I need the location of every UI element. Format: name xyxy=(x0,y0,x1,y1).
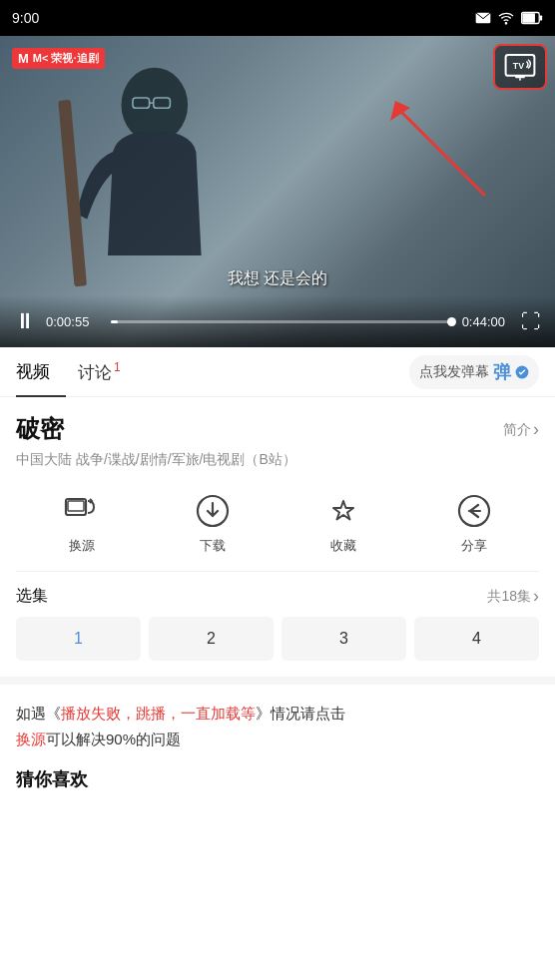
episode-num-1: 1 xyxy=(74,630,83,648)
current-time: 0:00:55 xyxy=(46,314,101,329)
svg-text:TV: TV xyxy=(513,61,524,71)
video-meta: 中国大陆 战争/谍战/剧情/军旅/电视剧（B站） xyxy=(16,451,539,469)
tab-discussion-label: 讨论 xyxy=(78,362,112,381)
episodes-title: 选集 xyxy=(16,586,48,607)
pause-button[interactable]: ⏸ xyxy=(14,308,36,334)
episodes-more[interactable]: 共18集 › xyxy=(487,586,539,607)
episodes-more-arrow: › xyxy=(533,586,539,607)
share-icon xyxy=(456,493,492,529)
notice-prefix: 如遇《 xyxy=(16,705,61,722)
tv-cast-button[interactable]: TV xyxy=(493,44,547,90)
tab-discussion[interactable]: 讨论1 xyxy=(78,360,137,384)
notice-suffix2: 可以解决90%的问题 xyxy=(46,731,181,747)
svg-rect-3 xyxy=(522,13,535,22)
change-source-icon xyxy=(64,493,100,529)
progress-dot xyxy=(447,317,456,326)
recommend-title: 猜你喜欢 xyxy=(16,767,539,791)
danmu-icon: 弹 xyxy=(493,360,511,384)
collect-button[interactable]: 收藏 xyxy=(325,493,361,555)
video-controls: ⏸ 0:00:55 0:44:00 ⛶ xyxy=(0,295,555,347)
change-source-button[interactable]: 换源 xyxy=(64,493,100,555)
status-time: 9:00 xyxy=(12,10,39,26)
notice-highlight: 播放失败，跳播，一直加载等 xyxy=(61,705,256,722)
progress-fill xyxy=(111,320,118,323)
svg-line-14 xyxy=(400,111,485,196)
svg-rect-18 xyxy=(68,501,84,511)
tv-icon: TV xyxy=(504,51,536,83)
episode-num-2: 2 xyxy=(207,630,216,648)
svg-rect-13 xyxy=(519,78,521,80)
discussion-badge: 1 xyxy=(114,360,121,374)
episode-item-1[interactable]: 1 xyxy=(16,617,141,661)
tab-video[interactable]: 视频 xyxy=(16,360,66,383)
episodes-total: 共18集 xyxy=(487,588,531,606)
collect-icon xyxy=(325,493,361,529)
cast-arrow-annotation xyxy=(375,96,505,206)
intro-button[interactable]: 简介 › xyxy=(503,419,539,440)
battery-icon xyxy=(521,11,543,25)
danmu-verified-icon xyxy=(515,365,529,379)
status-bar: 9:00 xyxy=(0,0,555,36)
intro-label: 简介 xyxy=(503,421,531,439)
video-player[interactable]: M M< 荣视·追剧 TV 我想 还是会的 ⏸ 0:00:55 0:44:00 … xyxy=(0,36,555,347)
download-icon xyxy=(195,493,231,529)
danmu-btn-label: 点我发弹幕 xyxy=(419,363,489,381)
change-source-label: 换源 xyxy=(69,537,95,555)
episode-num-3: 3 xyxy=(339,630,348,648)
episode-num-4: 4 xyxy=(472,630,481,648)
notice-link[interactable]: 换源 xyxy=(16,731,46,747)
tabs-bar: 视频 讨论1 点我发弹幕 弹 xyxy=(0,347,555,397)
notice-suffix: 》情况请点击 xyxy=(256,705,345,722)
logo-icon: M xyxy=(18,51,29,66)
episode-item-3[interactable]: 3 xyxy=(281,617,406,661)
share-button[interactable]: 分享 xyxy=(456,493,492,555)
content-area: 破密 简介 › 中国大陆 战争/谍战/剧情/军旅/电视剧（B站） 换源 下载 xyxy=(0,397,555,661)
intro-arrow: › xyxy=(533,419,539,440)
svg-point-1 xyxy=(505,23,506,24)
video-subtitle: 我想 还是会的 xyxy=(228,268,327,289)
video-logo: M M< 荣视·追剧 xyxy=(12,48,105,69)
download-label: 下载 xyxy=(200,537,226,555)
status-icons xyxy=(475,10,543,26)
total-time: 0:44:00 xyxy=(462,314,505,329)
wifi-icon xyxy=(497,10,515,26)
svg-rect-12 xyxy=(515,76,525,78)
collect-label: 收藏 xyxy=(330,537,356,555)
download-button[interactable]: 下载 xyxy=(195,493,231,555)
video-title: 破密 xyxy=(16,413,64,445)
episode-grid: 1 2 3 4 xyxy=(16,617,539,661)
action-buttons: 换源 下载 收藏 分享 xyxy=(16,485,539,572)
title-row: 破密 简介 › xyxy=(16,413,539,445)
fullscreen-button[interactable]: ⛶ xyxy=(521,310,541,333)
episodes-header: 选集 共18集 › xyxy=(16,572,539,617)
progress-bar[interactable] xyxy=(111,320,452,323)
share-label: 分享 xyxy=(461,537,487,555)
recommend-section: 猜你喜欢 xyxy=(0,767,555,819)
danmu-button[interactable]: 点我发弹幕 弹 xyxy=(409,355,539,389)
svg-rect-4 xyxy=(540,15,543,20)
notice-section: 如遇《播放失败，跳播，一直加载等》情况请点击 换源可以解决90%的问题 xyxy=(0,677,555,767)
episode-item-2[interactable]: 2 xyxy=(149,617,274,661)
episode-item-4[interactable]: 4 xyxy=(414,617,539,661)
notification-icon xyxy=(475,10,491,26)
tab-video-label: 视频 xyxy=(16,362,50,381)
logo-text: M< 荣视·追剧 xyxy=(33,51,99,66)
